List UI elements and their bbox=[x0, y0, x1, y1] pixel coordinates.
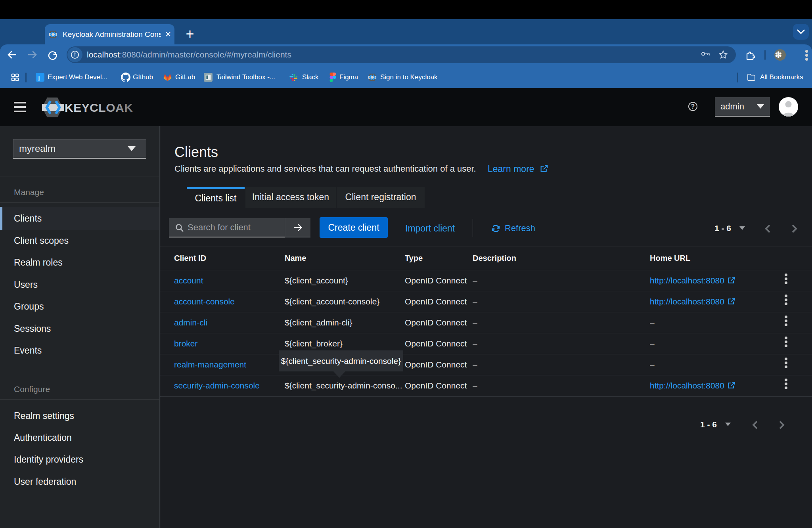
svg-text:KEYCLOAK: KEYCLOAK bbox=[65, 101, 133, 114]
svg-text:[]: [] bbox=[38, 75, 40, 80]
